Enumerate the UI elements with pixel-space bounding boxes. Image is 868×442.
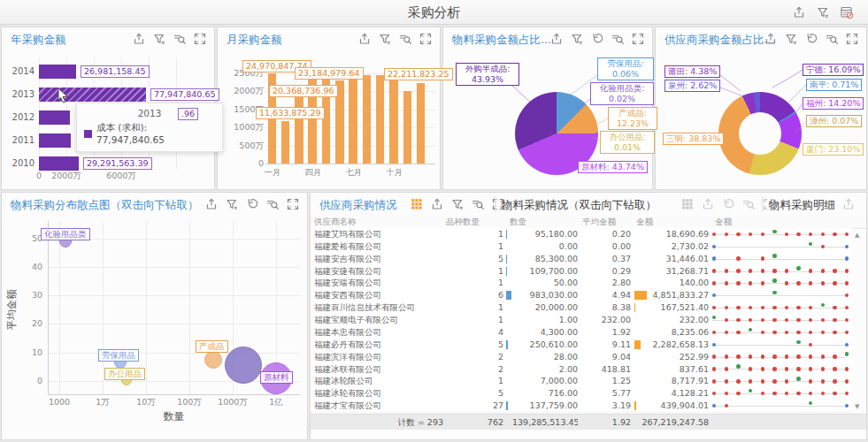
x-axis-tick: 2000万 — [49, 171, 84, 182]
spark-dot — [772, 230, 776, 233]
spark-dot — [809, 401, 812, 405]
table-row[interactable]: 福建安瑞有限公司150.002.80140.00 — [311, 277, 852, 290]
table-row[interactable]: 福建滨洋有限公司228.009.04252.99 — [311, 351, 852, 364]
spark-dot — [736, 379, 740, 383]
cell-qty: 137,759.00 — [512, 400, 578, 410]
y-axis-tick: 40 — [25, 262, 42, 271]
spark-dot — [796, 266, 800, 270]
cell-supplier-name: 福建百川信息技术有限公司 — [314, 302, 440, 314]
month-bar-十月[interactable] — [389, 79, 398, 164]
spark-dot — [749, 269, 752, 272]
amount-databar — [634, 401, 636, 410]
spark-dot — [712, 306, 716, 309]
table-row[interactable]: 福建冰轮限公司17,000.001.258,717.91 — [311, 375, 852, 388]
filter-icon[interactable] — [816, 5, 830, 19]
spark-dot — [736, 306, 740, 309]
spark-dot — [736, 364, 740, 368]
y-axis-tick: 30 — [25, 290, 42, 300]
spark-dot — [712, 232, 716, 236]
year-category-label: 2014 — [2, 66, 35, 76]
sparkline-axis — [712, 247, 845, 248]
month-bar-九月[interactable] — [376, 75, 385, 164]
scatter-x-axis-label: 数量 — [48, 409, 300, 424]
bubble-产成品[interactable] — [204, 351, 222, 369]
spark-dot — [736, 318, 740, 322]
spark-dot — [833, 318, 836, 322]
gridline — [146, 221, 147, 394]
table-row[interactable]: 福建安吉有限公司585,300.000.3731,446.01 — [311, 253, 852, 266]
x-axis-line — [48, 394, 300, 395]
table-row[interactable]: 福建艾玛有限公司195,180.000.2018,690.69 — [311, 228, 852, 241]
spark-dot — [736, 256, 740, 260]
bar-value-label: 26,981,158.45 — [81, 65, 150, 78]
panel-supplier-share: 供应商采购金额占比... 宁德: 16.09%南平: 0.71%福州: 14.2… — [655, 27, 867, 190]
calendar-icon[interactable] — [840, 5, 854, 19]
table-row[interactable]: 福建才宝有限公司27137,759.003.19439,904.01 — [311, 400, 852, 413]
cell-amount: 2,282,658.13 — [636, 339, 709, 349]
cell-supplier-name: 福建安西有限公司 — [314, 290, 440, 301]
table-row[interactable]: 福建安西有限公司6983,030.004.944,851,833.27 — [311, 289, 852, 302]
table-row[interactable]: 福建必丹有限公司5250,610.009.112,282,658.13 — [311, 339, 852, 352]
month-bar-八月[interactable] — [363, 75, 372, 164]
spark-dot — [772, 278, 776, 282]
year-bar-2011[interactable] — [39, 133, 71, 148]
y-axis-tick: 500万 — [225, 141, 264, 152]
table-row[interactable]: 福建安捷有限公司1109,700.000.2931,268.71 — [311, 265, 852, 278]
gridline — [48, 353, 300, 354]
spark-dot — [761, 256, 764, 260]
table-row[interactable]: 福建冰联有限公司22.00418.81837.61 — [311, 363, 852, 377]
x-axis-tick: 一月 — [258, 167, 287, 179]
x-axis-tick: 6000万 — [104, 171, 139, 182]
amount-databar — [634, 291, 647, 300]
cell-avg: 5.77 — [581, 388, 631, 398]
year-bar-2014[interactable] — [39, 65, 76, 79]
cell-amount: 31,446.01 — [636, 254, 709, 263]
bubble-label-产成品: 产成品 — [196, 340, 228, 353]
gridline — [48, 267, 300, 268]
cell-variety: 6 — [443, 290, 503, 300]
table-row[interactable]: 福建本忠有限公司44,300.001.928,235.06 — [311, 326, 852, 339]
spark-dot — [761, 367, 764, 370]
cell-supplier-name: 福建艾玛有限公司 — [314, 229, 440, 240]
cell-variety: 5 — [443, 339, 503, 349]
month-bar-七月[interactable] — [349, 71, 357, 164]
bubble-外购半成品[interactable] — [225, 347, 262, 384]
spark-dot — [749, 389, 752, 392]
spark-dot — [785, 232, 788, 236]
amount-sparkline — [711, 400, 852, 412]
table-row[interactable]: 福建爱裕有限公司10.000.002,730.02 — [311, 240, 852, 254]
chart-tooltip: 2013 成本 (求和): 77,947,840.65 — [76, 103, 223, 152]
table-row[interactable]: 福建宝顺电子有限公司11.00232.00232.00 — [311, 314, 852, 327]
cell-avg: 4.94 — [581, 290, 631, 300]
table-row[interactable]: 福建冰轮有限公司5716.005.774,128.21 — [311, 387, 852, 400]
spark-dot — [785, 306, 788, 309]
month-bar-二月[interactable] — [281, 121, 290, 164]
spark-dot — [821, 318, 825, 322]
bubble-label-化验用品类: 化验用品类 — [41, 228, 90, 240]
spark-dot — [821, 367, 825, 370]
spark-dot — [809, 269, 812, 272]
year-bar-2012[interactable] — [39, 110, 70, 125]
scroll-up-arrow[interactable]: ▲ — [855, 232, 859, 239]
cell-variety: 2 — [443, 364, 503, 374]
bar-value-callout: 20,368,736.96 — [269, 85, 338, 97]
year-bar-2013[interactable] — [39, 88, 146, 102]
y-axis-tick: 20 — [25, 318, 42, 328]
export-icon[interactable] — [792, 5, 806, 19]
cell-amount: 232.00 — [636, 315, 709, 324]
scroll-down-arrow[interactable]: ▼ — [855, 403, 859, 410]
bar-value-callout: 23,184,979.64 — [295, 67, 364, 80]
year-bar-2010[interactable] — [39, 156, 79, 171]
cell-qty: 28.00 — [512, 352, 578, 362]
table-row[interactable]: 福建百川信息技术有限公司120,000.008.38167,521.40 — [311, 301, 852, 315]
month-bar-十二月[interactable] — [417, 83, 426, 164]
month-bar-三月[interactable] — [295, 89, 303, 164]
amount-sparkline — [711, 265, 852, 278]
spark-dot — [712, 354, 716, 358]
amount-sparkline — [711, 351, 852, 363]
cell-avg: 0.20 — [581, 229, 631, 239]
page-title: 采购分析 — [0, 4, 868, 21]
spark-dot — [736, 281, 740, 285]
spark-dot — [796, 367, 800, 370]
month-bar-十一月[interactable] — [403, 91, 412, 164]
